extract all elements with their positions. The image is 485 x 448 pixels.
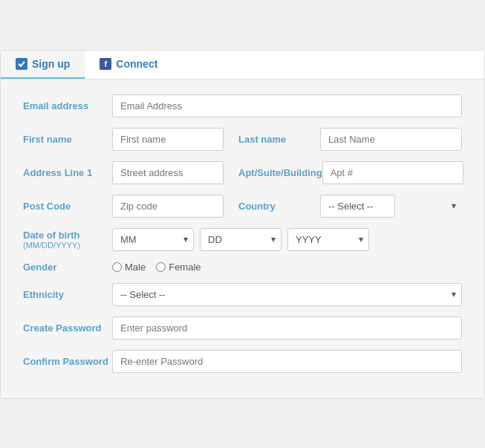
tab-connect[interactable]: f Connect xyxy=(85,51,172,79)
country-select-wrap: -- Select -- xyxy=(320,195,462,218)
confirm-password-label: Confirm Password xyxy=(23,356,112,367)
tabs-bar: Sign up f Connect xyxy=(1,51,484,79)
signup-icon xyxy=(16,58,27,70)
country-label: Country xyxy=(238,201,320,212)
apt-group: Apt/Suite/Building xyxy=(238,161,463,184)
email-input[interactable] xyxy=(112,94,462,117)
gender-male-radio[interactable] xyxy=(112,262,122,272)
country-group: Country -- Select -- xyxy=(238,195,462,218)
tab-connect-label: Connect xyxy=(116,58,157,70)
day-select[interactable]: DD xyxy=(200,228,281,251)
lastname-label: Last name xyxy=(238,134,320,145)
postcode-row: Post Code Country -- Select -- xyxy=(23,195,462,218)
tab-signup-label: Sign up xyxy=(32,58,70,70)
dob-sublabel: (MM/DD/YYYY) xyxy=(23,241,112,250)
dob-main-label: Date of birth xyxy=(23,230,80,241)
form-area: Email address First name Last name Addre… xyxy=(1,79,484,398)
tab-signup[interactable]: Sign up xyxy=(1,51,85,79)
ethnicity-select-wrap: -- Select -- xyxy=(112,283,462,306)
year-select-wrap: YYYY xyxy=(287,228,369,251)
email-label: Email address xyxy=(23,100,112,111)
gender-male-label: Male xyxy=(125,262,146,273)
gender-label: Gender xyxy=(23,262,112,273)
gender-male-option[interactable]: Male xyxy=(112,262,146,273)
address-label: Address Line 1 xyxy=(23,167,112,178)
confirm-password-row: Confirm Password xyxy=(23,350,462,373)
postcode-input[interactable] xyxy=(112,195,224,218)
dob-row: Date of birth (MM/DD/YYYY) MM DD YYYY xyxy=(23,228,462,251)
lastname-group: Last name xyxy=(238,128,462,151)
year-select[interactable]: YYYY xyxy=(287,228,369,251)
ethnicity-row: Ethnicity -- Select -- xyxy=(23,283,462,306)
postcode-label: Post Code xyxy=(23,201,112,212)
gender-female-radio[interactable] xyxy=(156,262,166,272)
lastname-input[interactable] xyxy=(320,128,462,151)
firstname-input[interactable] xyxy=(112,128,224,151)
confirm-password-input[interactable] xyxy=(112,350,462,373)
gender-female-option[interactable]: Female xyxy=(156,262,201,273)
day-select-wrap: DD xyxy=(200,228,281,251)
apt-label: Apt/Suite/Building xyxy=(238,167,322,178)
country-select[interactable]: -- Select -- xyxy=(320,195,395,218)
month-select-wrap: MM xyxy=(112,228,194,251)
gender-options: Male Female xyxy=(112,262,201,273)
svg-rect-0 xyxy=(17,59,26,68)
dob-selects: MM DD YYYY xyxy=(112,228,462,251)
firstname-label: First name xyxy=(23,134,112,145)
ethnicity-select[interactable]: -- Select -- xyxy=(112,283,462,306)
gender-row: Gender Male Female xyxy=(23,262,462,273)
create-password-input[interactable] xyxy=(112,316,462,340)
month-select[interactable]: MM xyxy=(112,228,194,251)
create-password-label: Create Password xyxy=(23,322,112,334)
dob-label: Date of birth (MM/DD/YYYY) xyxy=(23,230,112,250)
create-password-row: Create Password xyxy=(23,316,462,340)
gender-female-label: Female xyxy=(169,262,201,273)
email-row: Email address xyxy=(23,94,462,117)
address-input[interactable] xyxy=(112,161,224,184)
facebook-icon: f xyxy=(100,58,111,70)
name-row: First name Last name xyxy=(23,128,462,151)
apt-input[interactable] xyxy=(322,161,463,184)
address-row: Address Line 1 Apt/Suite/Building xyxy=(23,161,462,184)
signup-form-container: Sign up f Connect Email address First na… xyxy=(0,50,485,399)
ethnicity-label: Ethnicity xyxy=(23,289,112,300)
